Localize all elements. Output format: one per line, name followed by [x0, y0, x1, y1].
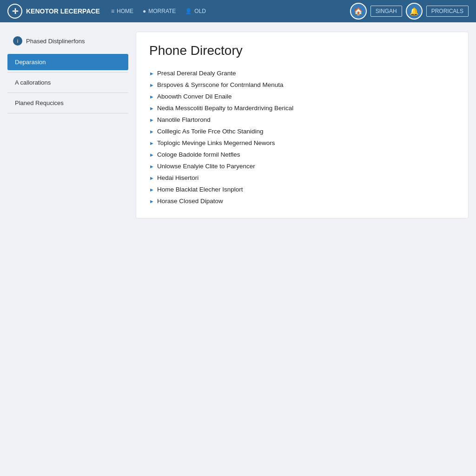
- list-arrow-icon: ►: [149, 175, 154, 181]
- brand-name: KENOTOR LECERPACE: [26, 7, 100, 15]
- list-item[interactable]: ►Horase Closed Dipatow: [149, 195, 455, 207]
- nav-old-label: OLD: [194, 8, 206, 14]
- sidebar-header: i Phased Distplinerfons: [7, 32, 128, 50]
- list-item[interactable]: ►Colllegic As Torile Frce Othc Staniding: [149, 126, 455, 137]
- list-item-text: Brspoves & Syrrscone for Contrnland Menu…: [157, 81, 284, 88]
- list-arrow-icon: ►: [149, 129, 154, 134]
- list-arrow-icon: ►: [149, 140, 154, 146]
- list-item-text: Toplogic Mevinge Links Megerned Newors: [157, 139, 275, 146]
- nav-links: ≡ HOME ● MORRATE 👤 OLD: [111, 8, 339, 14]
- nav-morrate[interactable]: ● MORRATE: [143, 8, 176, 14]
- list-arrow-icon: ►: [149, 152, 154, 158]
- nav-home[interactable]: ≡ HOME: [111, 8, 133, 14]
- list-item[interactable]: ►Aboowth Conver Dil Enaile: [149, 91, 455, 102]
- list-item[interactable]: ►Toplogic Mevinge Links Megerned Newors: [149, 137, 455, 149]
- list-arrow-icon: ►: [149, 106, 154, 111]
- list-item[interactable]: ►Home Blacklat Elecher Isnplort: [149, 184, 455, 195]
- list-item[interactable]: ►Presal Dereral Dealy Grante: [149, 67, 455, 79]
- morrate-icon: ●: [143, 8, 146, 14]
- list-item-text: Unlowse Enalyie Clite to Paryencer: [157, 163, 255, 170]
- brand-icon: ✛: [7, 4, 22, 19]
- list-item[interactable]: ►Nedia Messcoliti Bepalty to Marderdrivi…: [149, 102, 455, 114]
- list-item[interactable]: ►Brspoves & Syrrscone for Contrnland Men…: [149, 79, 455, 91]
- home-menu-icon: ≡: [111, 8, 114, 14]
- list-arrow-icon: ►: [149, 117, 154, 123]
- list-arrow-icon: ►: [149, 71, 154, 76]
- sidebar-item-deparasion[interactable]: Deparasion: [7, 54, 128, 70]
- sidebar-requcices-label: Planed Requcices: [15, 99, 64, 106]
- main-container: i Phased Distplinerfons Deparasion A cal…: [0, 22, 476, 228]
- list-item[interactable]: ►Cologe Badolde formil Netfles: [149, 149, 455, 160]
- sidebar-divider-3: [7, 113, 128, 113]
- list-item-text: Aboowth Conver Dil Enaile: [157, 93, 232, 100]
- proricals-button[interactable]: PRORICALS: [426, 6, 469, 17]
- list-item[interactable]: ►Hedai Hisertori: [149, 172, 455, 184]
- directory-list: ►Presal Dereral Dealy Grante►Brspoves & …: [149, 67, 455, 207]
- list-arrow-icon: ►: [149, 187, 154, 192]
- list-arrow-icon: ►: [149, 164, 154, 169]
- list-item[interactable]: ►Unlowse Enalyie Clite to Paryencer: [149, 160, 455, 172]
- list-item[interactable]: ►Nanotile Flartorond: [149, 114, 455, 126]
- navbar: ✛ KENOTOR LECERPACE ≡ HOME ● MORRATE 👤 O…: [0, 0, 476, 22]
- nav-home-label: HOME: [117, 8, 133, 14]
- list-item-text: Hedai Hisertori: [157, 174, 198, 181]
- list-item-text: Horase Closed Dipatow: [157, 198, 223, 205]
- nav-old[interactable]: 👤 OLD: [185, 8, 206, 14]
- list-item-text: Nanotile Flartorond: [157, 116, 211, 123]
- navbar-right: 🏠 SINGAH 🔔 PRORICALS: [350, 3, 469, 20]
- list-arrow-icon: ►: [149, 82, 154, 88]
- content-area: Phone Directory ►Presal Dereral Dealy Gr…: [136, 32, 469, 218]
- list-arrow-icon: ►: [149, 198, 154, 204]
- list-item-text: Home Blacklat Elecher Isnplort: [157, 186, 243, 193]
- notification-icon-button[interactable]: 🔔: [406, 3, 423, 20]
- sidebar-header-icon: i: [13, 36, 22, 46]
- page-title: Phone Directory: [149, 43, 455, 58]
- sidebar-divider-1: [7, 72, 128, 73]
- brand: ✛ KENOTOR LECERPACE: [7, 4, 100, 19]
- list-item-text: Presal Dereral Dealy Grante: [157, 70, 236, 77]
- singah-button[interactable]: SINGAH: [370, 6, 402, 17]
- sidebar-header-text: Phased Distplinerfons: [26, 38, 85, 45]
- list-arrow-icon: ►: [149, 94, 154, 99]
- list-item-text: Nedia Messcoliti Bepalty to Marderdrivin…: [157, 105, 293, 112]
- sidebar-deparasion-label: Deparasion: [15, 59, 46, 66]
- home-icon-button[interactable]: 🏠: [350, 3, 367, 20]
- old-user-icon: 👤: [185, 8, 192, 14]
- sidebar-callorations-label: A callorations: [15, 79, 51, 86]
- sidebar-item-callorations[interactable]: A callorations: [7, 74, 128, 91]
- list-item-text: Cologe Badolde formil Netfles: [157, 151, 240, 158]
- list-item-text: Colllegic As Torile Frce Othc Staniding: [157, 128, 264, 135]
- nav-morrate-label: MORRATE: [148, 8, 176, 14]
- sidebar-item-requcices[interactable]: Planed Requcices: [7, 95, 128, 111]
- sidebar: i Phased Distplinerfons Deparasion A cal…: [7, 32, 128, 218]
- sidebar-divider-2: [7, 93, 128, 93]
